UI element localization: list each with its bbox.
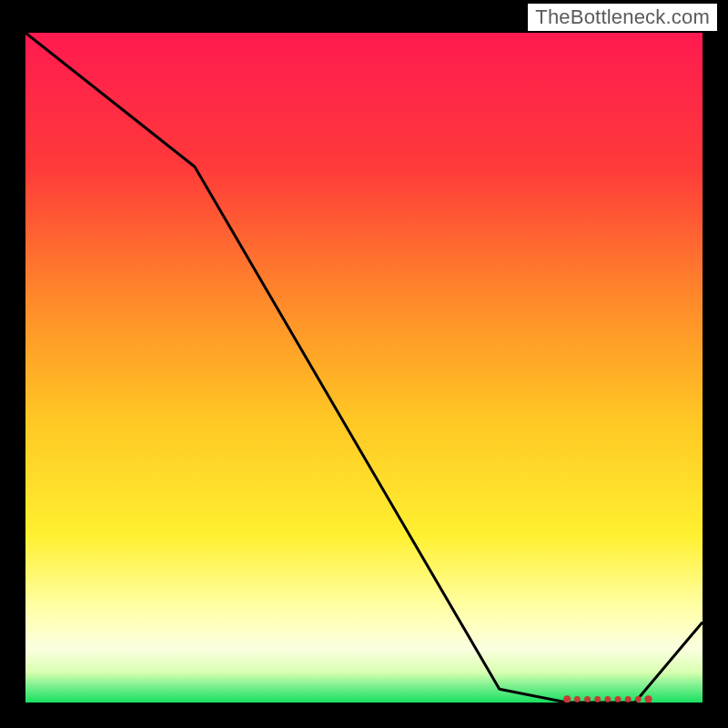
series-dot xyxy=(604,696,611,703)
series-dot xyxy=(563,695,571,703)
series-dot xyxy=(574,696,581,703)
bottom-dotted-marks xyxy=(563,695,652,703)
series-dot xyxy=(644,695,652,703)
series-line xyxy=(25,33,703,703)
plot-area xyxy=(25,33,703,703)
series-dot xyxy=(625,696,632,703)
watermark-label: TheBottleneck.com xyxy=(528,4,717,31)
series-dot xyxy=(615,696,622,703)
series-path xyxy=(25,33,703,703)
series-dot xyxy=(584,696,591,703)
series-dot xyxy=(594,696,601,703)
chart-outer-frame: TheBottleneck.com xyxy=(0,0,728,728)
plot-svg-layer xyxy=(25,33,703,703)
series-dot xyxy=(635,696,642,703)
